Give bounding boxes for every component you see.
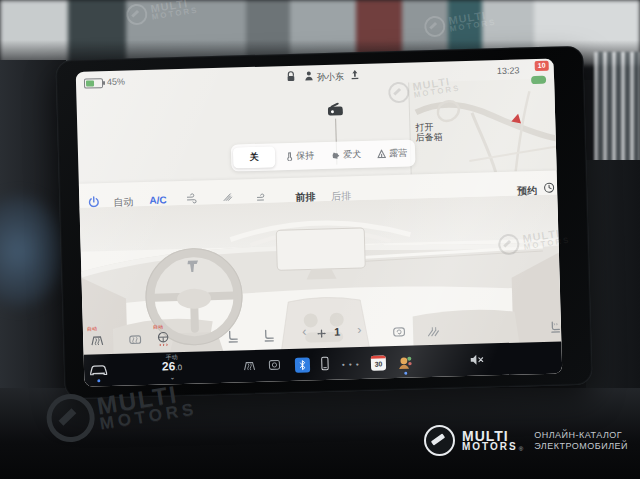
brand-registered-mark: ® — [519, 446, 523, 452]
background-building-blinds — [594, 52, 640, 164]
battery-icon — [84, 78, 103, 89]
car-controls-button[interactable] — [89, 361, 108, 376]
seat-heater-right-button[interactable] — [548, 319, 563, 334]
keeper-keep-button[interactable]: 保持 — [279, 145, 322, 167]
car-interior-right — [586, 160, 640, 400]
keeper-off-button[interactable]: 关 — [233, 146, 276, 168]
brand-tagline-2: ЭЛЕКТРОМОБИЛЕЙ — [534, 441, 628, 452]
nav-location-marker — [512, 113, 522, 122]
phone-button[interactable] — [318, 356, 332, 371]
map-alert-badge: 10 — [535, 61, 549, 71]
clock-icon[interactable] — [543, 182, 555, 194]
airflow-mode-icon-3[interactable] — [255, 190, 268, 203]
recirculation-button[interactable] — [391, 324, 407, 340]
calendar-day: 30 — [371, 358, 386, 369]
steering-wheel-heat-button[interactable] — [155, 330, 171, 346]
more-apps-button[interactable]: • • • — [342, 360, 360, 369]
tesla-center-display-bezel: 45% 孙小东 13:23 — [55, 46, 592, 400]
dog-icon — [331, 151, 340, 160]
bluetooth-button[interactable] — [295, 357, 310, 372]
dock-defrost-button[interactable] — [242, 358, 257, 373]
fan-speed-increase-button[interactable]: › — [357, 324, 362, 336]
tent-icon — [377, 149, 386, 158]
brand-name-2: MOTORS — [462, 442, 518, 452]
temperature-control[interactable]: 手动 26.0 ⌄ — [158, 354, 187, 380]
upload-arrow-icon[interactable] — [350, 69, 360, 80]
profiles-app-button[interactable] — [397, 355, 413, 370]
map-eta-badge — [531, 76, 546, 84]
fan-speed-value: 1 — [334, 326, 340, 338]
car-controls-active-dot — [97, 379, 100, 382]
airflow-mode-icon-1[interactable] — [185, 192, 198, 205]
brand-name-1: MULTI — [462, 430, 523, 442]
driver-name[interactable]: 孙小东 — [317, 70, 344, 84]
brand-lockup: MULTI MOTORS ® ОНЛАЙН-КАТАЛОГ ЭЛЕКТРОМОБ… — [424, 425, 628, 456]
open-trunk-label[interactable]: 打开 后备箱 — [415, 122, 443, 143]
open-trunk-label-line2: 后备箱 — [416, 132, 443, 143]
temp-fraction: .0 — [175, 363, 182, 372]
keeper-camp-label: 露营 — [389, 147, 407, 160]
temp-caret-icon: ⌄ — [158, 374, 186, 380]
seat-heater-passenger-button[interactable] — [261, 327, 277, 343]
fan-speed-decrease-button[interactable]: ‹ — [302, 326, 307, 338]
keeper-keep-label: 保持 — [296, 149, 314, 162]
front-defrost-auto-badge: 自动 — [87, 326, 97, 331]
steering-heat-auto-badge: 自动 — [153, 325, 163, 330]
battery-percent: 45% — [107, 77, 125, 87]
tesla-touchscreen[interactable]: 45% 孙小东 13:23 — [76, 59, 563, 387]
climate-keeper-control: 关 保持 爱犬 露营 — [231, 139, 416, 171]
keeper-dog-label: 爱犬 — [343, 148, 361, 161]
keeper-off-label: 关 — [249, 151, 258, 164]
temp-value: 26 — [162, 359, 176, 373]
driver-profile-icon[interactable] — [304, 70, 314, 81]
rear-defrost-button[interactable] — [127, 331, 143, 347]
clock-time: 13:23 — [497, 65, 520, 76]
keeper-dog-button[interactable]: 爱犬 — [325, 144, 368, 166]
profiles-app-active-dot — [404, 372, 407, 375]
front-defrost-button[interactable] — [89, 332, 105, 348]
airflow-mode-icon-2[interactable] — [221, 190, 234, 203]
brand-logo-icon — [424, 425, 455, 456]
open-trunk-button[interactable] — [328, 102, 343, 115]
lock-icon[interactable] — [286, 71, 296, 82]
photo-of-tesla-screen: 45% 孙小东 13:23 — [0, 0, 640, 479]
brand-tagline-1: ОНЛАЙН-КАТАЛОГ — [534, 430, 628, 441]
dashcam-button[interactable] — [267, 357, 282, 372]
cabin-airflow-button[interactable] — [425, 323, 441, 339]
seat-heater-driver-button[interactable] — [225, 328, 241, 344]
calendar-app-button[interactable]: 30 — [371, 355, 386, 370]
ac-button[interactable]: A/C — [149, 194, 167, 205]
volume-muted-button[interactable] — [469, 353, 484, 367]
fan-icon — [314, 326, 329, 341]
thermometer-icon — [286, 152, 293, 161]
keeper-camp-button[interactable]: 露营 — [371, 142, 414, 164]
